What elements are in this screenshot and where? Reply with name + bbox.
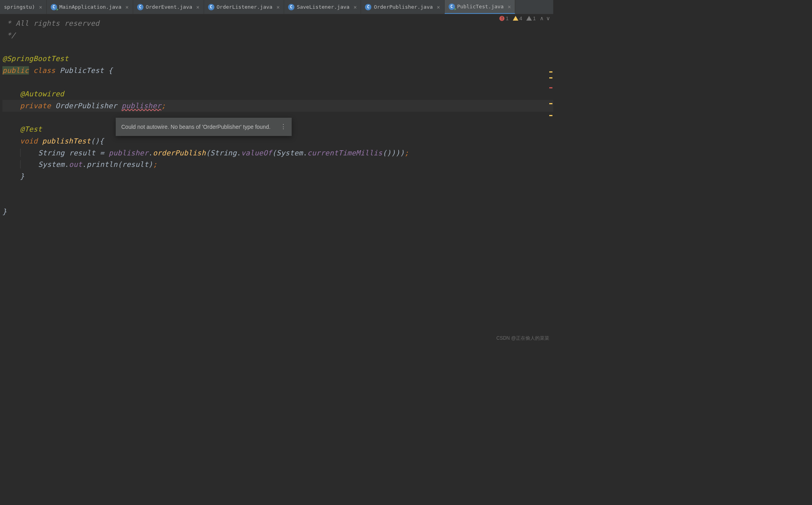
brace-open: { xyxy=(108,66,113,75)
semicolon: ; xyxy=(161,101,166,110)
tab-label: PublicTest.java xyxy=(457,4,504,10)
method-publishtest: publishTest xyxy=(42,137,91,145)
close-icon[interactable]: × xyxy=(196,4,199,10)
method-currenttimemillis: currentTimeMillis xyxy=(308,149,382,157)
tab-label: springstu) xyxy=(4,4,35,10)
method-valueof: valueOf xyxy=(241,149,272,157)
tab-label: OrderListener.java xyxy=(217,4,273,10)
stripe-marker-warn[interactable] xyxy=(549,115,552,116)
ref-system: System xyxy=(38,160,65,168)
parens: () xyxy=(91,137,99,145)
class-icon: C xyxy=(137,4,143,10)
type-string: String xyxy=(38,149,65,157)
kw-class: class xyxy=(33,66,55,75)
code-editor[interactable]: * All rights reserved */ @SpringBootTest… xyxy=(0,14,553,218)
editor-tab-bar: springstu) × C MainApplication.java × C … xyxy=(0,0,553,14)
brace-close: } xyxy=(20,172,25,180)
stripe-marker-error[interactable] xyxy=(549,87,552,88)
ref-result: result xyxy=(122,160,149,168)
tooltip-text: Could not autowire. No beans of 'OrderPu… xyxy=(121,122,271,132)
close-icon[interactable]: × xyxy=(508,4,511,10)
code-comment: * All rights reserved xyxy=(2,19,99,27)
stripe-marker-warn[interactable] xyxy=(549,77,552,78)
class-run-icon: C xyxy=(449,4,455,10)
ref-system: System xyxy=(277,149,303,157)
more-actions-icon[interactable]: ⋮ xyxy=(280,122,286,132)
kw-void: void xyxy=(20,137,38,145)
tab-orderpublisher[interactable]: C OrderPublisher.java × xyxy=(361,0,444,14)
kw-public: public xyxy=(2,66,29,75)
stripe-marker-warn[interactable] xyxy=(549,103,552,104)
tab-publictest[interactable]: C PublicTest.java × xyxy=(445,0,516,14)
close-icon[interactable]: × xyxy=(437,4,440,10)
tab-savelistener[interactable]: C SaveListener.java × xyxy=(284,0,361,14)
method-orderpublish: orderPublish xyxy=(153,149,206,157)
error-stripe[interactable] xyxy=(548,24,553,301)
class-run-icon: C xyxy=(51,4,57,10)
tab-label: OrderPublisher.java xyxy=(374,4,433,10)
class-icon: C xyxy=(288,4,294,10)
close-icon[interactable]: × xyxy=(125,4,128,10)
annotation-test: @Test xyxy=(20,125,42,133)
close-icon[interactable]: × xyxy=(39,4,42,10)
brace-close: } xyxy=(2,207,7,216)
annotation-springboottest: @SpringBootTest xyxy=(2,54,69,63)
field-out: out xyxy=(69,160,82,168)
type-orderpublisher: OrderPublisher xyxy=(55,101,117,110)
annotation-autowired: @Autowired xyxy=(20,90,64,98)
code-comment: */ xyxy=(2,31,15,39)
method-println: println xyxy=(87,160,118,168)
watermark: CSDN @正在偷人的菜菜 xyxy=(496,335,549,342)
close-icon[interactable]: × xyxy=(353,4,357,10)
kw-private: private xyxy=(20,101,51,110)
close-icon[interactable]: × xyxy=(276,4,279,10)
tab-orderevent[interactable]: C OrderEvent.java × xyxy=(133,0,204,14)
ref-string: String xyxy=(210,149,237,157)
tab-label: OrderEvent.java xyxy=(146,4,192,10)
var-result: result xyxy=(69,149,96,157)
tab-springstu[interactable]: springstu) × xyxy=(0,0,47,14)
stripe-marker-warn[interactable] xyxy=(549,71,552,73)
class-icon: C xyxy=(208,4,214,10)
tab-label: SaveListener.java xyxy=(297,4,350,10)
eq: = xyxy=(100,149,104,157)
class-name: PublicTest xyxy=(60,66,104,75)
brace-open: { xyxy=(99,137,104,145)
tab-orderlistener[interactable]: C OrderListener.java × xyxy=(204,0,284,14)
error-tooltip: Could not autowire. No beans of 'OrderPu… xyxy=(116,118,292,136)
field-publisher: publisher xyxy=(122,101,161,110)
tab-mainapplication[interactable]: C MainApplication.java × xyxy=(47,0,133,14)
ref-publisher: publisher xyxy=(109,149,148,157)
class-icon: C xyxy=(365,4,371,10)
tab-label: MainApplication.java xyxy=(59,4,122,10)
